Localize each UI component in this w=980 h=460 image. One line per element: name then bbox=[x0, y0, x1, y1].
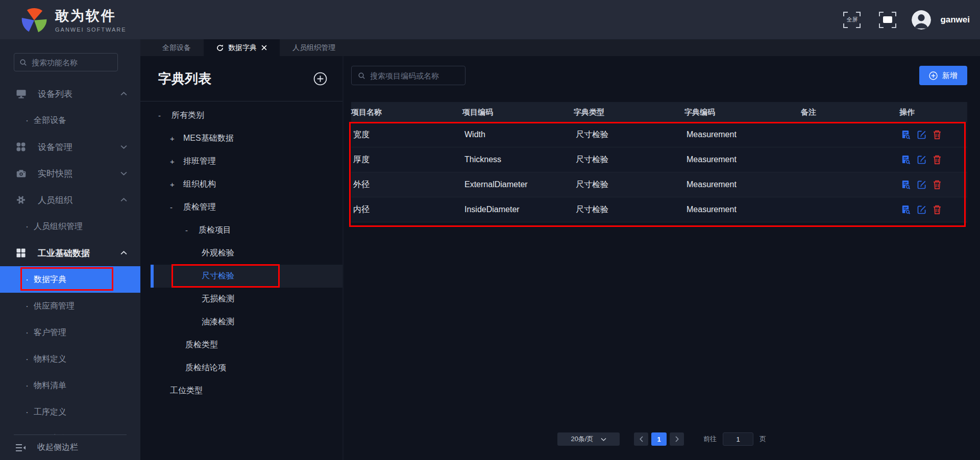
chevron-right-icon bbox=[675, 436, 679, 442]
bullet-dot: · bbox=[26, 115, 34, 126]
sidebar-item[interactable]: ·全部设备 bbox=[0, 107, 140, 134]
sidebar-group-label: 设备管理 bbox=[38, 141, 120, 153]
add-category-icon[interactable] bbox=[313, 72, 327, 86]
sidebar-item[interactable]: ·供应商管理 bbox=[0, 293, 140, 319]
delete-icon[interactable] bbox=[933, 205, 941, 215]
refresh-icon[interactable] bbox=[216, 44, 224, 52]
edit-icon[interactable] bbox=[917, 180, 926, 189]
tree-node[interactable]: -质检项目 bbox=[140, 219, 342, 242]
tab-3[interactable]: 人员组织管理 bbox=[280, 39, 348, 56]
tree-node[interactable]: 无损检测 bbox=[140, 288, 342, 311]
tab-1[interactable]: 全部设备 bbox=[150, 39, 204, 56]
sidebar-item-label: 物料定义 bbox=[34, 354, 66, 365]
expand-toggle-icon[interactable]: + bbox=[170, 134, 183, 143]
cell-name: 厚度 bbox=[351, 155, 462, 165]
cell-dict_code: Measurement bbox=[684, 155, 801, 164]
tab-label: 人员组织管理 bbox=[292, 43, 335, 53]
sidebar-group-header[interactable]: 设备管理 bbox=[0, 134, 140, 160]
sidebar-search[interactable] bbox=[14, 53, 118, 71]
collapse-toggle-icon[interactable]: - bbox=[158, 111, 172, 120]
tree-node-label: 质检结论项 bbox=[185, 363, 226, 373]
page-number-1[interactable]: 1 bbox=[651, 432, 667, 446]
bullet-dot: · bbox=[26, 301, 34, 312]
page-size-value: 20条/页 bbox=[571, 435, 593, 444]
tree-node[interactable]: 尺寸检验 bbox=[140, 265, 342, 288]
sidebar-group-header[interactable]: 实时快照 bbox=[0, 160, 140, 187]
pagination: 20条/页 1 bbox=[344, 432, 980, 446]
file-search-icon[interactable] bbox=[901, 130, 911, 140]
sidebar: 设备列表·全部设备设备管理实时快照人员组织·人员组织管理工业基础数据·数据字典·… bbox=[0, 39, 140, 460]
prev-page-button[interactable] bbox=[634, 432, 648, 446]
file-search-icon[interactable] bbox=[901, 180, 911, 190]
tree-node-label: 外观检验 bbox=[202, 248, 234, 259]
grid-icon bbox=[15, 142, 27, 151]
chevron-up-icon bbox=[120, 92, 127, 96]
table-search[interactable] bbox=[351, 66, 465, 85]
sidebar-group-header[interactable]: 设备列表 bbox=[0, 81, 140, 107]
tree-node-label: MES基础数据 bbox=[183, 133, 234, 144]
bullet-dot: · bbox=[26, 221, 34, 232]
sidebar-item[interactable]: ·工序定义 bbox=[0, 399, 140, 425]
tree-node[interactable]: +MES基础数据 bbox=[140, 127, 342, 150]
tree-node[interactable]: +排班管理 bbox=[140, 150, 342, 173]
collapse-toggle-icon[interactable]: - bbox=[185, 226, 199, 235]
app-logo: 敢为软件 GANWEI SOFTWARE bbox=[20, 7, 127, 33]
file-search-icon[interactable] bbox=[901, 205, 911, 215]
tree-node[interactable]: +组织机构 bbox=[140, 173, 342, 196]
tree-node[interactable]: -所有类别 bbox=[140, 104, 342, 127]
expand-toggle-icon[interactable]: + bbox=[170, 157, 183, 166]
main-area: 新增 项目名称项目编码字典类型字典编码备注操作 宽度Width尺寸检验Measu… bbox=[344, 56, 980, 460]
cell-dict_code: Measurement bbox=[684, 130, 801, 139]
username[interactable]: ganwei bbox=[940, 15, 970, 25]
expand-toggle-icon[interactable]: + bbox=[170, 180, 183, 189]
tree-node[interactable]: 外观检验 bbox=[140, 242, 342, 265]
goto-page-input[interactable] bbox=[723, 432, 753, 446]
next-page-button[interactable] bbox=[670, 432, 684, 446]
tree-node-label: 质检项目 bbox=[199, 225, 231, 236]
tree-node[interactable]: -质检管理 bbox=[140, 196, 342, 219]
collapse-toggle-icon[interactable]: - bbox=[170, 203, 183, 212]
edit-icon[interactable] bbox=[917, 130, 926, 139]
cell-dict_type: 尺寸检验 bbox=[574, 180, 684, 190]
chevron-left-icon bbox=[639, 436, 644, 442]
user-avatar[interactable] bbox=[912, 10, 931, 30]
delete-icon[interactable] bbox=[933, 130, 941, 140]
file-search-icon[interactable] bbox=[901, 155, 911, 165]
chevron-up-icon bbox=[120, 251, 127, 255]
cell-code: InsideDiameter bbox=[462, 205, 574, 214]
sidebar-item-label: 客户管理 bbox=[34, 327, 66, 338]
sidebar-item[interactable]: ·物料定义 bbox=[0, 346, 140, 372]
tree-node[interactable]: 质检类型 bbox=[140, 334, 342, 356]
table-row: 宽度Width尺寸检验Measurement bbox=[351, 122, 967, 147]
tab-2[interactable]: 数据字典 bbox=[204, 39, 280, 56]
tree-node[interactable]: 油漆检测 bbox=[140, 311, 342, 334]
sidebar-item[interactable]: ·工艺路线 bbox=[0, 425, 140, 435]
table-search-input[interactable] bbox=[370, 71, 459, 80]
dictionary-tree: -所有类别+MES基础数据+排班管理+组织机构-质检管理-质检项目外观检验尺寸检… bbox=[140, 101, 342, 402]
page-size-select[interactable]: 20条/页 bbox=[557, 432, 620, 446]
sidebar-item[interactable]: ·物料清单 bbox=[0, 372, 140, 399]
bullet-dot: · bbox=[26, 354, 34, 365]
sidebar-nav: 设备列表·全部设备设备管理实时快照人员组织·人员组织管理工业基础数据·数据字典·… bbox=[0, 71, 140, 435]
sidebar-group-header[interactable]: 人员组织 bbox=[0, 187, 140, 213]
sidebar-item[interactable]: ·客户管理 bbox=[0, 319, 140, 346]
delete-icon[interactable] bbox=[933, 180, 941, 190]
projection-screen-icon[interactable] bbox=[879, 12, 896, 28]
logo-subtitle: GANWEI SOFTWARE bbox=[55, 27, 127, 33]
close-icon[interactable] bbox=[261, 45, 267, 50]
edit-icon[interactable] bbox=[917, 155, 926, 164]
sidebar-search-input[interactable] bbox=[32, 58, 112, 67]
add-button[interactable]: 新增 bbox=[919, 66, 967, 85]
fullscreen-icon[interactable]: 全屏 bbox=[843, 12, 861, 28]
delete-icon[interactable] bbox=[933, 155, 941, 165]
sidebar-item[interactable]: ·数据字典 bbox=[0, 266, 140, 293]
collapse-sidebar-button[interactable]: 收起侧边栏 bbox=[0, 435, 140, 460]
table-header: 项目名称项目编码字典类型字典编码备注操作 bbox=[351, 102, 967, 122]
tree-node[interactable]: 质检结论项 bbox=[140, 356, 342, 379]
tree-node[interactable]: 工位类型 bbox=[140, 379, 342, 402]
sidebar-group-header[interactable]: 工业基础数据 bbox=[0, 240, 140, 266]
sidebar-group-label: 人员组织 bbox=[38, 194, 120, 206]
column-header: 备注 bbox=[801, 108, 899, 117]
sidebar-item[interactable]: ·人员组织管理 bbox=[0, 213, 140, 240]
edit-icon[interactable] bbox=[917, 205, 926, 214]
